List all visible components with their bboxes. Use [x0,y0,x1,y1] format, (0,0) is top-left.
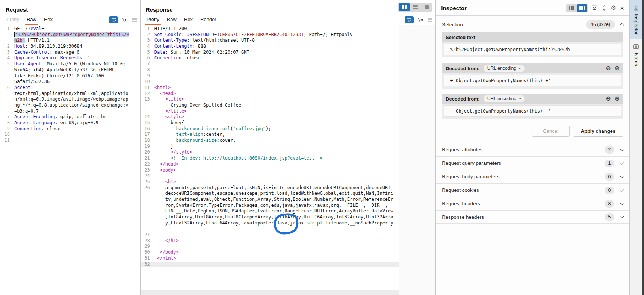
code-line[interactable]: ,Int8Array,Uint8Array,Uint8ClampedArray,… [152,214,399,220]
tab-hex[interactable]: Hex [40,15,56,25]
code-line[interactable]: Win64; x64) AppleWebKit/537.36 (KHTML, [12,67,140,73]
code-line[interactable]: =b3;q=0.7 [12,108,140,114]
code-line[interactable] [152,79,399,85]
expand-all-icon[interactable] [591,5,597,11]
code-line[interactable]: text-align:center; [152,132,399,138]
encoding-dropdown[interactable]: URL encoding [484,65,525,72]
code-line[interactable]: Set-Cookie: JSESSIONID=1CE8057C1F2EFF30B… [152,32,399,38]
code-line[interactable]: background-image:url("coffee.jpg"); [152,126,399,132]
request-editor[interactable]: 1234567891011 GET /?eval='%2b%20Object.g… [0,25,140,295]
code-line[interactable]: ty,undefined,eval,Object,Function,Array,… [152,197,399,203]
code-line[interactable]: Cache-Control: max-age=0 [12,50,140,56]
code-line[interactable]: <html> [152,85,399,91]
code-line[interactable]: Accept-Encoding: gzip, deflate, br [12,114,140,120]
tab-raw[interactable]: Raw [163,15,180,25]
code-line[interactable]: Safari/537.36 [12,79,140,85]
code-line[interactable]: '%2b%20Object.getOwnPropertyNames(this)%… [12,32,140,38]
code-line[interactable] [152,61,399,67]
newline-display-icon[interactable]: \n [122,17,127,23]
code-line[interactable]: decodeURIComponent,escape,unescape,print… [152,191,399,197]
selected-text-value[interactable]: '%2b%20Object.getOwnPropertyNames(this)%… [444,44,621,55]
newline-display-icon[interactable]: \n [418,17,423,23]
inspector-section-request-body-parameters[interactable]: Request body parameters0 [436,170,629,183]
cancel-button[interactable]: Cancel [532,126,570,137]
tab-pretty[interactable]: Pretty [143,15,163,25]
code-line[interactable]: Connection: close [12,126,140,132]
inspector-section-request-query-parameters[interactable]: Request query parameters1 [436,156,629,170]
selection-section-header[interactable]: Selection 46 (0x2e) [436,16,629,32]
horizontal-scrollbar[interactable] [141,290,399,295]
chevron-down-icon[interactable] [620,160,624,164]
code-line[interactable]: body{ [152,120,399,126]
remove-decoding-icon[interactable]: ⊖ [606,96,611,102]
tab-pretty[interactable]: Pretty [3,15,23,25]
inspector-section-request-cookies[interactable]: Request cookies0 [436,183,629,197]
encoding-dropdown[interactable]: URL encoding [484,95,525,102]
settings-gear-icon[interactable]: ⚙ [611,5,616,11]
remove-decoding-icon[interactable]: ⊖ [606,65,611,71]
code-line[interactable] [12,132,140,138]
code-line[interactable] [12,138,140,144]
code-line[interactable]: arguments,parseInt,parseFloat,isNaN,isFi… [152,185,399,191]
code-line[interactable]: Accept-Language: en-US,en;q=0.9 [12,120,140,126]
dock-left-icon[interactable] [567,4,577,12]
inspector-section-response-headers[interactable]: Response headers5 [436,210,629,224]
code-line[interactable]: %2b' HTTP/1.1 [12,38,140,44]
tab-hex[interactable]: Hex [180,15,197,25]
chevron-up-icon[interactable] [620,23,624,27]
code-line[interactable]: __ [152,226,399,232]
chevron-down-icon[interactable] [620,187,624,191]
side-tab-inspector[interactable]: ab Inspector [630,0,642,39]
code-line[interactable]: <title> [152,96,399,102]
dock-right-icon[interactable] [577,4,587,12]
code-line[interactable]: <style> [152,114,399,120]
code-line[interactable]: Upgrade-Insecure-Requests: 1 [12,55,140,61]
code-line[interactable]: Accept: [12,85,140,91]
apply-changes-button[interactable]: Apply changes [573,126,623,137]
code-line[interactable] [152,67,399,73]
side-tab-notes[interactable]: Notes [630,39,642,81]
code-line[interactable]: </title> [152,108,399,114]
code-line[interactable]: </head> [152,161,399,167]
code-line[interactable]: User-Agent: Mozilla/5.0 (Windows NT 10.0… [12,61,140,67]
code-line[interactable]: n/xml;q=0.9,image/avif,image/webp,image/… [12,96,140,102]
chevron-down-icon[interactable] [620,201,624,205]
response-code-area[interactable]: HTTP/1.1 200Set-Cookie: JSESSIONID=1CE80… [152,25,399,290]
code-line[interactable]: Date: Sun, 10 Mar 2024 02:20:07 GMT [152,50,399,56]
editor-menu-icon[interactable] [427,18,432,22]
code-line[interactable]: } [152,144,399,150]
code-line[interactable]: Connection: close [152,55,399,61]
close-inspector-icon[interactable]: × [620,5,624,12]
code-line[interactable]: </style> [152,149,399,155]
decoded-value[interactable]: '+ Object.getOwnPropertyNames(this) +' [444,75,621,86]
tab-raw[interactable]: Raw [23,15,40,25]
code-line[interactable]: y,Float32Array,Float64Array,JavaImporter… [152,220,399,226]
soft-wrap-toggle-icon[interactable] [405,16,414,23]
code-line[interactable] [152,173,399,179]
tab-render[interactable]: Render [197,15,220,25]
request-code-area[interactable]: GET /?eval='%2b%20Object.getOwnPropertyN… [12,25,140,295]
code-line[interactable]: <head> [152,91,399,97]
add-decoding-icon[interactable]: ⊕ [615,65,620,71]
code-line[interactable]: Crying Over Spilled Coffee [152,102,399,108]
code-line[interactable]: </html> [152,256,399,262]
add-decoding-icon[interactable]: ⊕ [615,96,620,102]
code-line[interactable]: background-size:cover; [152,138,399,144]
code-line[interactable] [152,73,399,79]
code-line[interactable]: GET /?eval= [12,26,140,32]
code-line[interactable] [152,262,399,268]
code-line[interactable]: </h1> [152,238,399,244]
code-line[interactable]: </body> [152,250,399,256]
code-line[interactable]: text/html,application/xhtml+xml,applicat… [12,91,140,97]
code-line[interactable]: like Gecko) Chrome/121.0.6167.160 [12,73,140,79]
code-line[interactable]: Content-Type: text/html;charset=UTF-8 [152,38,399,44]
inspector-section-request-attributes[interactable]: Request attributes2 [436,143,629,156]
editor-menu-icon[interactable] [132,18,137,22]
decoded-value[interactable]: ' Object.getOwnPropertyNames(this) ' [444,105,621,117]
code-line[interactable]: <body> [152,167,399,173]
response-editor[interactable]: 1234567891011121314151617181920212223242… [141,25,399,295]
code-line[interactable]: <!--In dev: http://localhost:8080/index.… [152,155,399,161]
collapse-all-icon[interactable] [601,5,607,11]
code-line[interactable]: HTTP/1.1 200 [152,26,399,32]
chevron-down-icon[interactable] [620,174,624,178]
